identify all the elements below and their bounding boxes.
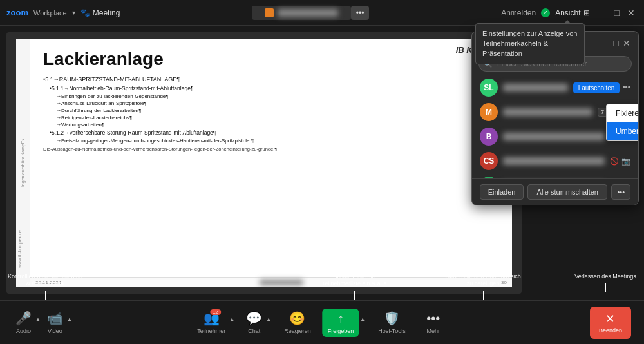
- meeting-more-btn[interactable]: •••: [351, 6, 370, 20]
- end-icon: ✕: [605, 312, 615, 326]
- audio-arrow-btn[interactable]: ▲: [34, 316, 42, 322]
- panel-maximize-btn[interactable]: □: [614, 39, 619, 48]
- participant-name-sl: ████████████████: [503, 84, 568, 91]
- ansicht-btn[interactable]: Ansicht ⊞: [555, 8, 589, 17]
- video-control: 📹 Video ▲: [44, 308, 73, 337]
- tooltip-text: Einstellungen zur Anzeige von Teilnehmer…: [482, 30, 577, 57]
- slide-date: 26.11.2024: [35, 280, 61, 285]
- participant-actions-sl: Lautschalten •••: [573, 82, 630, 93]
- more-btn[interactable]: ••• Mehr: [417, 311, 450, 334]
- slide-main: IB KompEx ✕ Lackieranlage •5.1→RAUM-SPRI…: [30, 39, 512, 277]
- slide-sub-2: •5.1.2→Vorhersehbare-Störung-Raum-Spritz…: [50, 129, 499, 136]
- react-btn[interactable]: 😊 Reagieren: [280, 311, 315, 334]
- slide-sub-1: •5.1.1→Normalbetrieb-Raum-Spritzstand-mi…: [50, 85, 499, 91]
- maximize-btn[interactable]: □: [612, 8, 622, 18]
- slide-bullet-1: →Einbringen-der-zu-lackierenden-Gegenstä…: [56, 93, 499, 99]
- tooltip-arrow: [564, 20, 571, 24]
- share-arrow-btn[interactable]: ▲: [359, 316, 366, 322]
- slide-left-bar: Ingenieursbüro KompEx www.ib-kompex.de: [16, 39, 30, 287]
- bottombar: 🎤 Audio ▲ 📹 Video ▲ 👥 12 Teilnehmer ▲: [0, 300, 644, 344]
- meeting-btn[interactable]: 🐾 Meeting: [80, 8, 120, 17]
- anmelden-btn[interactable]: Anmelden: [501, 8, 536, 17]
- audio-control: 🎤 Audio ▲: [13, 308, 42, 337]
- avatar-b: B: [480, 128, 498, 146]
- more-icon: •••: [426, 311, 440, 326]
- chat-control: 💬 Chat ▲: [243, 308, 272, 337]
- participant-actions-cs: 🚫 📷: [610, 157, 630, 166]
- participant-more-btn-sl[interactable]: •••: [622, 83, 630, 92]
- zoom-logo: zoom: [6, 8, 28, 17]
- end-meeting-btn[interactable]: ✕ Beenden: [590, 307, 631, 339]
- participant-name-m: ████████: [503, 108, 592, 116]
- audio-btn[interactable]: 🎤 Audio: [13, 308, 34, 337]
- panel-header-controls: — □ ✕: [601, 39, 630, 48]
- ansicht-label: Ansicht: [555, 8, 580, 17]
- meeting-icon: 🐾: [80, 8, 90, 17]
- participant-item: SL ████████████████ Lautschalten ••• Fix…: [472, 75, 638, 100]
- participants-arrow-btn[interactable]: ▲: [228, 316, 236, 322]
- participant-item: FS ████████████ 🚫 📷: [472, 173, 638, 178]
- slide-bullet-4: →Reinigen-des-Lackierbereichs¶: [56, 115, 499, 120]
- close-btn[interactable]: ✕: [625, 8, 638, 18]
- participants-badge: 12: [210, 309, 221, 315]
- context-menu-umbenennen[interactable]: Umbenennen: [607, 122, 638, 140]
- lautschalten-btn[interactable]: Lautschalten: [573, 82, 620, 93]
- avatar-sl: SL: [480, 79, 498, 97]
- bottom-left-controls: 🎤 Audio ▲ 📹 Video ▲: [13, 308, 73, 337]
- bottom-center-controls: 👥 12 Teilnehmer ▲ 💬 Chat ▲ 😊 Reagieren ↑…: [194, 308, 449, 337]
- slide-center-text: ████████████: [260, 280, 303, 285]
- avatar-cs: CS: [480, 152, 498, 170]
- slide-bullet-5: →Wartungsarbeiten¶: [56, 122, 499, 128]
- panel-close-btn[interactable]: ✕: [623, 39, 630, 48]
- camera-icon: 📹: [47, 311, 63, 326]
- chat-btn[interactable]: 💬 Chat: [243, 308, 265, 337]
- cam-off-icon-cs: 📷: [621, 157, 630, 166]
- panel-footer: Einladen Alle stummschalten •••: [472, 178, 638, 205]
- bottom-right-controls: ✕ Beenden: [590, 307, 631, 339]
- footer-more-btn[interactable]: •••: [611, 184, 630, 200]
- chat-icon: 💬: [246, 311, 262, 326]
- ansicht-tooltip: Einstellungen zur Anzeige von Teilnehmer…: [475, 23, 585, 64]
- zoom-brand-icon: zoom: [6, 8, 28, 17]
- participant-name-cs: ████████████: [503, 157, 605, 165]
- slide-left-text: Ingenieursbüro KompEx: [21, 139, 25, 187]
- share-icon: ↑: [337, 311, 344, 326]
- invite-btn[interactable]: Einladen: [480, 184, 524, 200]
- participants-btn[interactable]: 👥 12 Teilnehmer: [194, 308, 228, 337]
- slide-title: Lackieranlage: [43, 49, 499, 70]
- slide-bullet-2: →Anschluss-Druckluft-an-Spritzpistole¶: [56, 100, 499, 106]
- avatar-fs: FS: [480, 177, 498, 178]
- video-btn[interactable]: 📹 Video: [44, 308, 66, 337]
- context-menu-fixieren[interactable]: Fixieren: [607, 104, 638, 122]
- meeting-icon-badge: [265, 8, 274, 17]
- slide-website-text: www.ib-kompex.de: [17, 230, 22, 268]
- window-controls: — □ ✕: [595, 8, 638, 18]
- microphone-icon: 🎤: [15, 311, 32, 326]
- video-arrow-btn[interactable]: ▲: [66, 316, 73, 322]
- participant-list: SL ████████████████ Lautschalten ••• Fix…: [472, 75, 638, 178]
- mic-off-icon-cs: 🚫: [610, 157, 619, 166]
- panel-minimize-btn[interactable]: —: [601, 39, 610, 48]
- share-btn[interactable]: ↑ Freigeben: [323, 309, 359, 337]
- avatar-m: M: [480, 103, 498, 121]
- host-tools-btn[interactable]: 🛡️ Host-Tools: [374, 311, 410, 334]
- participant-name-b: ████: [503, 133, 605, 140]
- react-icon: 😊: [289, 311, 305, 326]
- meeting-name-btn[interactable]: ████████████: [252, 6, 351, 20]
- host-tools-icon: 🛡️: [384, 311, 400, 326]
- top-right-controls: Anmelden ✓ Ansicht ⊞ — □ ✕: [501, 8, 638, 18]
- mute-all-btn[interactable]: Alle stummschalten: [527, 184, 607, 200]
- minimize-btn[interactable]: —: [595, 8, 609, 18]
- chat-arrow-btn[interactable]: ▲: [265, 316, 272, 322]
- slide-content: Ingenieursbüro KompEx www.ib-kompex.de 2…: [16, 39, 512, 287]
- slide-section-1: •5.1→RAUM-SPRITZSTAND-MIT-ABLUFTANLAGE¶: [43, 76, 499, 82]
- slide-bullet-6: →Freisetzung-geringer-Mengen-durch-unges…: [56, 138, 499, 144]
- meeting-name-text: ████████████: [278, 9, 338, 17]
- app-menu-chevron[interactable]: ▾: [72, 9, 75, 16]
- slide-text-small: Die-Aussagen-zu-Normalbetrieb-und-den-vo…: [43, 146, 499, 153]
- main-area: Ingenieursbüro KompEx www.ib-kompex.de 2…: [0, 26, 644, 300]
- context-menu: Fixieren Umbenennen: [606, 104, 638, 141]
- participant-item: CS ████████████ 🚫 📷: [472, 149, 638, 173]
- presentation-area[interactable]: Ingenieursbüro KompEx www.ib-kompex.de 2…: [6, 32, 522, 294]
- slide-bottom-bar: 26.11.2024 ████████████ 30: [30, 277, 512, 287]
